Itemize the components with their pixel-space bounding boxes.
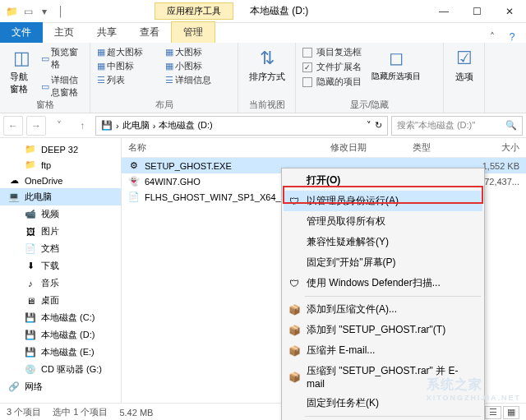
menu-item[interactable]: 🛡以管理员身份运行(A): [284, 191, 482, 211]
checkbox-icon: [302, 48, 312, 58]
small-icons-button[interactable]: ▦小图标: [165, 60, 232, 72]
sidebar-item[interactable]: 💿CD 驱动器 (G:): [0, 361, 121, 378]
tab-file[interactable]: 文件: [0, 22, 43, 43]
nav-tree[interactable]: 📁DEEP 32📁ftp☁OneDrive💻此电脑📹视频🖼图片📄文档⬇下载♪音乐…: [0, 138, 122, 403]
window-controls: — ☐ ✕: [427, 0, 526, 23]
details-pane-button[interactable]: ▭详细信息窗格: [41, 74, 83, 99]
item-checkboxes-toggle[interactable]: 项目复选框: [302, 46, 362, 58]
checkbox-icon: [302, 77, 312, 87]
tab-manage[interactable]: 管理: [171, 21, 215, 43]
hide-button[interactable]: ◻隐藏所选项目: [368, 46, 424, 88]
hidden-items-toggle[interactable]: 隐藏的项目: [302, 76, 362, 88]
tab-view[interactable]: 查看: [128, 22, 171, 43]
close-button[interactable]: ✕: [493, 0, 526, 23]
breadcrumb-root[interactable]: 此电脑: [122, 119, 150, 132]
thumbnails-view-icon[interactable]: ▦: [503, 406, 519, 419]
options-button[interactable]: ☑ 选项: [450, 46, 478, 85]
column-headers[interactable]: 名称 修改日期 类型 大小: [122, 138, 526, 158]
sidebar-item[interactable]: ⬇下载: [0, 257, 121, 275]
sidebar-item[interactable]: 💾本地磁盘 (C:): [0, 309, 121, 326]
tab-share[interactable]: 共享: [85, 22, 128, 43]
sidebar-item[interactable]: ♪音乐: [0, 275, 121, 292]
menu-item[interactable]: 📦添加到压缩文件(A)...: [284, 299, 482, 320]
preview-pane-icon: ▭: [41, 53, 49, 64]
status-selected: 选中 1 个项目: [53, 406, 108, 418]
menu-item[interactable]: 兼容性疑难解答(Y): [284, 232, 482, 252]
menu-item-icon: 📦: [288, 325, 301, 336]
menu-item[interactable]: 📦压缩并 E-mail...: [284, 340, 482, 361]
sidebar-item[interactable]: 💾本地磁盘 (E:): [0, 344, 121, 361]
refresh-icon[interactable]: ↻: [375, 120, 382, 131]
menu-item[interactable]: 🛡使用 Windows Defender扫描...: [284, 273, 482, 293]
sidebar-item[interactable]: 🖥桌面: [0, 292, 121, 309]
col-date[interactable]: 修改日期: [330, 141, 413, 154]
sort-icon: ⇅: [260, 48, 275, 69]
medium-icons-button[interactable]: ▦中图标: [97, 60, 164, 72]
breadcrumb-loc[interactable]: 本地磁盘 (D:): [159, 119, 212, 132]
maximize-button[interactable]: ☐: [460, 0, 493, 23]
sidebar-item[interactable]: 📁ftp: [0, 157, 121, 173]
col-size[interactable]: 大小: [470, 141, 519, 154]
title-bar: 📁 ▭ ▾ │ 应用程序工具 本地磁盘 (D:) — ☐ ✕: [0, 0, 526, 23]
preview-pane-label: 预览窗格: [51, 46, 83, 71]
minimize-button[interactable]: —: [427, 0, 460, 23]
menu-item-icon: 📦: [288, 304, 301, 316]
large-icons-button[interactable]: ▦大图标: [165, 46, 232, 58]
sidebar-item[interactable]: 📄文档: [0, 240, 121, 257]
status-size: 5.42 MB: [119, 408, 153, 418]
list-view-button[interactable]: ☰列表: [97, 74, 164, 86]
sort-button[interactable]: ⇅ 排序方式: [245, 46, 288, 85]
search-input[interactable]: 搜索"本地磁盘 (D:)" 🔍: [391, 116, 523, 136]
details-view-icon[interactable]: ☰: [485, 406, 501, 419]
menu-item-icon: 📦: [288, 372, 301, 383]
forward-button[interactable]: →: [26, 116, 46, 136]
menu-item[interactable]: 固定到"开始"屏幕(P): [284, 252, 482, 273]
breadcrumb[interactable]: 💾 › 此电脑 › 本地磁盘 (D:) ˅ ↻: [95, 116, 388, 136]
recent-dropdown[interactable]: ˅: [49, 116, 69, 136]
file-ext-toggle[interactable]: ✓文件扩展名: [302, 61, 362, 73]
nav-pane-icon: ◫: [13, 48, 30, 69]
ribbon-collapse-icon[interactable]: ˄: [485, 31, 500, 43]
sidebar-item[interactable]: 🔗网络: [0, 378, 121, 395]
sidebar-item-label: 本地磁盘 (D:): [41, 329, 95, 341]
menu-item[interactable]: 📦添加到 "SETUP_GHOST.rar"(T): [284, 320, 482, 340]
sidebar-item[interactable]: 📹视频: [0, 205, 121, 223]
nav-pane-button[interactable]: ◫ 导航窗格: [7, 46, 36, 99]
sidebar-item-icon: 🖥: [25, 296, 36, 306]
extra-large-icons-button[interactable]: ▦超大图标: [97, 46, 164, 58]
sidebar-item-icon: 💾: [25, 312, 36, 323]
sidebar-item-label: 本地磁盘 (E:): [41, 346, 95, 358]
sidebar-item[interactable]: 📁DEEP 32: [0, 141, 121, 157]
file-icon: 📄: [128, 192, 140, 202]
details-view-button[interactable]: ☰详细信息: [165, 74, 232, 86]
sidebar-item-icon: 📁: [25, 144, 36, 155]
back-button[interactable]: ←: [3, 116, 23, 136]
list-icon: ☰: [97, 75, 105, 85]
qat-prop-icon[interactable]: ▭: [21, 5, 35, 18]
sidebar-item[interactable]: 💻此电脑: [0, 188, 121, 205]
breadcrumb-segment[interactable]: ›: [153, 121, 156, 131]
qat-sep: │: [54, 5, 67, 18]
sidebar-item-icon: 📁: [25, 159, 36, 170]
menu-item[interactable]: 管理员取得所有权: [284, 211, 482, 232]
sidebar-item[interactable]: 🖼图片: [0, 223, 121, 240]
search-icon: 🔍: [505, 120, 517, 131]
hide-icon: ◻: [389, 48, 404, 69]
sidebar-item[interactable]: 💾本地磁盘 (D:): [0, 326, 121, 344]
menu-item-icon: 🛡: [288, 278, 301, 289]
folder-icon: 📁: [5, 5, 18, 18]
tab-home[interactable]: 主页: [43, 22, 85, 43]
breadcrumb-dropdown-icon[interactable]: ˅: [367, 120, 371, 131]
up-button[interactable]: ↑: [72, 116, 92, 136]
breadcrumb-segment[interactable]: ›: [116, 121, 119, 131]
preview-pane-button[interactable]: ▭预览窗格: [41, 46, 83, 71]
sidebar-item[interactable]: ☁OneDrive: [0, 173, 121, 188]
menu-item[interactable]: 打开(O): [284, 170, 482, 191]
group-layout-label: 布局: [97, 99, 231, 111]
ribbon-tabs: 文件 主页 共享 查看 管理 ˄ ?: [0, 23, 526, 43]
col-name[interactable]: 名称: [128, 141, 330, 154]
col-type[interactable]: 类型: [413, 141, 470, 154]
menu-item-icon: 📦: [288, 345, 301, 357]
help-icon[interactable]: ?: [505, 31, 519, 43]
qat-dropdown-icon[interactable]: ▾: [38, 5, 51, 18]
